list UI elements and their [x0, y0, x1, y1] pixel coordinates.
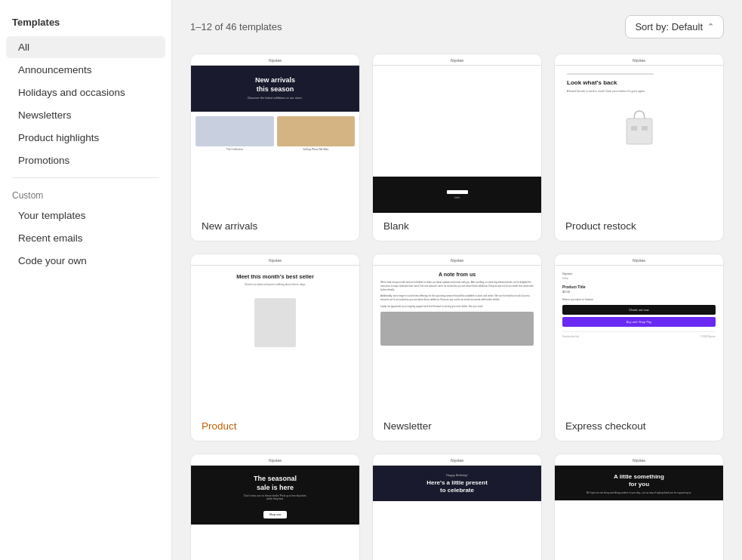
mock-product-row: The Collection Selling Plans Ski Was	[191, 112, 359, 155]
template-thumbnail-seasonal: Niyotee The seasonalsale is here Don't m…	[191, 454, 359, 560]
sidebar-item-holidays[interactable]: Holidays and occasions	[6, 82, 165, 103]
mock-newsletter-text-3: Lastly, we appreciate your ongoing suppo…	[380, 305, 534, 309]
mock-birthday-title: Here's a little presentto celebrate	[380, 479, 534, 495]
mock-seasonal-title: The seasonalsale is here	[199, 475, 352, 492]
template-thumbnail-restock: Niyotee Look what's back A brand favorit…	[555, 54, 723, 213]
mock-express-select: Select a product to feature	[562, 298, 716, 301]
chevron-down-icon: ⌃	[707, 22, 714, 32]
sidebar-item-newsletters[interactable]: Newsletters	[6, 104, 165, 126]
sort-dropdown[interactable]: Sort by: Default ⌃	[625, 15, 724, 38]
template-thumbnail-blank: Niyotee India	[373, 54, 541, 213]
mock-newsletter-text-1: We've had a busy month and we're thrille…	[380, 281, 534, 291]
mock-little-sub: We hope we can bring something positive …	[562, 491, 716, 494]
mock-seasonal-cta: Shop now	[263, 511, 288, 518]
mock-blank-bar: India	[373, 177, 541, 213]
mock-seasonal: Niyotee The seasonalsale is here Don't m…	[191, 454, 359, 560]
mock-express-shop-pay-btn: Buy with Shop Pay	[562, 317, 716, 327]
mock-birthday: Niyotee Happy Birthday! Here's a little …	[373, 454, 541, 560]
template-card-blank[interactable]: Niyotee India Blank	[372, 54, 542, 242]
mock-express-copyright: © 2024 Niyotee	[700, 335, 716, 338]
template-label-blank: Blank	[373, 213, 541, 241]
template-label-new-arrivals: New arrivals	[191, 213, 359, 241]
template-card-newsletter[interactable]: Niyotee A note from us We've had a busy …	[372, 254, 542, 442]
mock-product-img-1	[196, 116, 274, 146]
mock-little: Niyotee A little somethingfor you We hop…	[555, 454, 723, 560]
mock-express-price: $0.00	[562, 290, 716, 294]
mock-seasonal-hero: The seasonalsale is here Don't miss out …	[191, 466, 359, 525]
mock-express-unsubscribe: Unsubscribe link	[562, 335, 579, 338]
mock-express: Niyotee Niyotee India Product Title $0.0…	[555, 254, 723, 413]
mock-product: Niyotee Meet this month's best seller Ch…	[191, 254, 359, 413]
mock-express-header: Niyotee	[555, 254, 723, 266]
svg-rect-2	[642, 126, 648, 131]
templates-grid: Niyotee New arrivalsthis season Discover…	[190, 54, 724, 560]
mock-bag-svg	[620, 105, 658, 150]
sidebar-title: Templates	[0, 12, 171, 35]
template-thumbnail-newsletter: Niyotee A note from us We've had a busy …	[373, 254, 541, 413]
mock-birthday-top: Happy Birthday!	[380, 473, 534, 477]
template-thumbnail-birthday: Niyotee Happy Birthday! Here's a little …	[373, 454, 541, 560]
template-label-newsletter: Newsletter	[373, 413, 541, 441]
template-thumbnail-little: Niyotee A little somethingfor you We hop…	[555, 454, 723, 560]
template-card-little-something[interactable]: Niyotee A little somethingfor you We hop…	[554, 454, 724, 560]
custom-section-label: Custom	[0, 184, 171, 204]
template-thumbnail: Niyotee New arrivalsthis season Discover…	[191, 54, 359, 213]
mock-product-header: Niyotee	[191, 254, 359, 266]
svg-rect-1	[631, 126, 637, 131]
mock-hero: New arrivalsthis season Discover the lat…	[191, 66, 359, 112]
mock-restock-content: Look what's back A brand favorite is bac…	[555, 66, 723, 105]
mock-little-header: Niyotee	[555, 454, 723, 466]
mock-newsletter-body: A note from us We've had a busy month an…	[373, 266, 541, 352]
template-card-new-arrivals[interactable]: Niyotee New arrivalsthis season Discover…	[190, 54, 360, 242]
sidebar-item-your-templates[interactable]: Your templates	[6, 205, 165, 226]
mock-product-img-2	[277, 116, 356, 146]
mock-express-india: India	[562, 277, 716, 280]
sidebar-item-product-highlights[interactable]: Product highlights	[6, 127, 165, 149]
mock-birthday-hero: Happy Birthday! Here's a little presentt…	[373, 466, 541, 501]
template-label-restock: Product restock	[555, 213, 723, 241]
mock-express-checkout-btn: Check out now	[562, 305, 716, 315]
main-content: 1–12 of 46 templates Sort by: Default ⌃ …	[172, 0, 742, 560]
template-card-seasonal[interactable]: Niyotee The seasonalsale is here Don't m…	[190, 454, 360, 560]
sidebar-item-all[interactable]: All	[6, 36, 165, 58]
mock-blank-brand	[447, 190, 468, 194]
mock-product-label-1: The Collection	[196, 148, 274, 151]
template-card-express[interactable]: Niyotee Niyotee India Product Title $0.0…	[554, 254, 724, 442]
template-card-birthday[interactable]: Niyotee Happy Birthday! Here's a little …	[372, 454, 542, 560]
sidebar-item-announcements[interactable]: Announcements	[6, 59, 165, 81]
sidebar-divider	[12, 177, 159, 178]
mock-birthday-header: Niyotee	[373, 454, 541, 466]
template-thumbnail-product: Niyotee Meet this month's best seller Ch…	[191, 254, 359, 413]
mock-newsletter-img	[380, 312, 534, 346]
mock-restock-line	[567, 73, 654, 75]
template-count: 1–12 of 46 templates	[190, 21, 282, 32]
template-label-product: Product	[191, 413, 359, 441]
sidebar-item-code-your-own[interactable]: Code your own	[6, 250, 165, 272]
mock-restock-title: Look what's back	[567, 79, 711, 87]
mock-little-hero: A little somethingfor you We hope we can…	[555, 466, 723, 500]
sidebar-item-promotions[interactable]: Promotions	[6, 149, 165, 171]
mock-blank-header: Niyotee	[373, 54, 541, 66]
mock-express-store: Niyotee	[562, 272, 716, 275]
mock-restock: Niyotee Look what's back A brand favorit…	[555, 54, 723, 213]
mock-product-bag	[254, 298, 296, 347]
mock-restock-header: Niyotee	[555, 54, 723, 66]
mock-product-body: Meet this month's best seller Check out …	[191, 266, 359, 298]
sidebar-item-recent-emails[interactable]: Recent emails	[6, 227, 165, 249]
mock-blank: Niyotee India	[373, 54, 541, 213]
mock-little-title: A little somethingfor you	[562, 473, 716, 489]
mock-express-body: Niyotee India Product Title $0.00 Select…	[555, 266, 723, 344]
mock-seasonal-sub: Don't miss out on these deals! Pick up a…	[199, 494, 352, 500]
template-card-restock[interactable]: Niyotee Look what's back A brand favorit…	[554, 54, 724, 242]
mock-newsletter-header: Niyotee	[373, 254, 541, 266]
svg-rect-0	[627, 118, 652, 144]
mock-newsletter: Niyotee A note from us We've had a busy …	[373, 254, 541, 413]
mock-blank-tag: India	[454, 196, 460, 199]
mock-brand: Niyotee	[191, 54, 359, 66]
template-label-express: Express checkout	[555, 413, 723, 441]
mock-restock-body: A brand favorite is back in stock! Grab …	[567, 90, 711, 94]
header-row: 1–12 of 46 templates Sort by: Default ⌃	[190, 15, 724, 38]
template-card-product[interactable]: Niyotee Meet this month's best seller Ch…	[190, 254, 360, 442]
mock-seasonal-header: Niyotee	[191, 454, 359, 466]
mock-newsletter-title: A note from us	[380, 272, 534, 277]
